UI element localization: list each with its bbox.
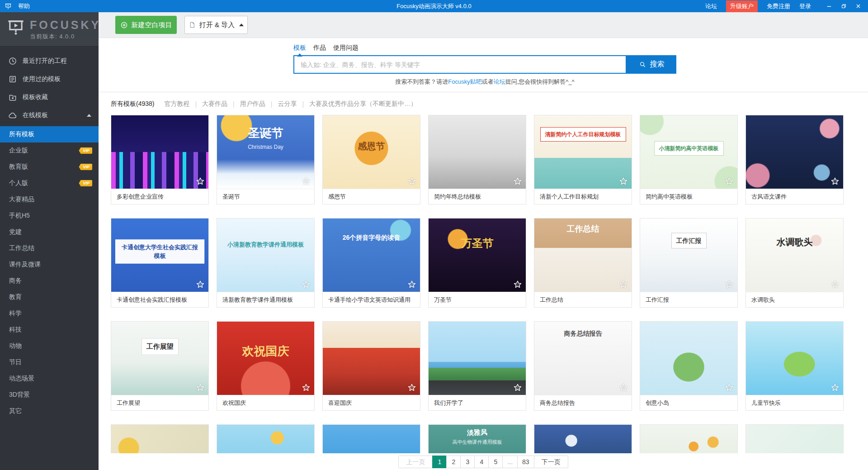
favorite-star-icon[interactable] (513, 176, 523, 186)
favorite-star-icon[interactable] (513, 383, 523, 393)
favorite-star-icon[interactable] (724, 280, 734, 290)
sidebar-item[interactable]: 最近打开的工程 (0, 52, 99, 70)
new-blank-project-button[interactable]: 新建空白项目 (115, 16, 177, 34)
sidebar-category[interactable]: 党建 (0, 224, 99, 240)
template-card[interactable]: 儿童节快乐 (745, 321, 844, 411)
sidebar-category[interactable]: 科学 (0, 305, 99, 322)
open-import-button[interactable]: 打开 & 导入 (184, 16, 248, 34)
upgrade-account-link[interactable]: 升级账户 (726, 0, 758, 12)
template-card[interactable]: 工作总结工作总结 (534, 218, 632, 308)
favorite-star-icon[interactable] (407, 280, 417, 290)
filter-item[interactable]: 大赛作品 (202, 100, 227, 108)
template-card[interactable]: 26个拼音字母的读音卡通手绘小学语文英语知识通用 (322, 218, 420, 308)
template-card[interactable] (745, 424, 844, 454)
page-ellipsis[interactable]: ... (502, 456, 518, 468)
forum-link[interactable]: 论坛 (494, 78, 505, 85)
template-card[interactable]: 我们开学了 (428, 321, 526, 411)
favorite-star-icon[interactable] (724, 176, 734, 186)
template-card[interactable]: 淡雅风高中生物课件通用模板 (428, 424, 526, 454)
filter-item[interactable]: 用户作品 (240, 100, 265, 108)
sidebar-category[interactable]: 商务 (0, 273, 99, 289)
template-card[interactable] (322, 424, 420, 454)
template-card[interactable]: 卡通创意大学生社会实践汇报模板卡通创意社会实践汇报模板 (111, 218, 209, 308)
sidebar-category[interactable]: 教育版VIP (0, 159, 99, 175)
search-input[interactable] (293, 55, 627, 74)
template-card[interactable]: 喜迎国庆 (322, 321, 420, 411)
titlebar-link[interactable]: 论坛 (705, 2, 717, 10)
template-card[interactable] (640, 424, 738, 454)
sidebar-category[interactable]: 工作总结 (0, 240, 99, 256)
template-card[interactable]: 清新简约个人工作目标规划模板清新个人工作目标规划 (534, 115, 632, 204)
favorite-star-icon[interactable] (301, 280, 311, 290)
filter-all-templates[interactable]: 所有模板(4938) (111, 100, 154, 108)
filter-item[interactable]: 云分享 (278, 100, 297, 108)
template-card[interactable]: 工作汇报工作汇报 (640, 218, 738, 308)
template-card[interactable]: 感恩节感恩节 (322, 115, 420, 204)
favorite-star-icon[interactable] (301, 176, 311, 186)
template-card[interactable]: 工作展望工作展望 (111, 321, 209, 411)
sidebar-category[interactable]: 动态场景 (0, 370, 99, 387)
sidebar-category[interactable]: 3D背景 (0, 387, 99, 403)
template-card[interactable]: 万圣节万圣节 (428, 218, 526, 308)
favorite-star-icon[interactable] (301, 383, 311, 393)
favorite-star-icon[interactable] (195, 280, 205, 290)
close-button[interactable] (852, 1, 864, 11)
favorite-star-icon[interactable] (195, 176, 205, 186)
titlebar-link[interactable]: 免费注册 (767, 2, 790, 10)
sidebar-item[interactable]: 模板收藏 (0, 88, 99, 106)
favorite-star-icon[interactable] (618, 383, 628, 393)
template-card[interactable]: 水调歌头水调歌头 (745, 218, 844, 308)
page-number-button[interactable]: 5 (488, 456, 503, 468)
sidebar-category[interactable]: 教育 (0, 289, 99, 305)
template-card[interactable]: 创意小岛 (640, 321, 738, 411)
template-card[interactable]: 小清新简约高中英语模板简约高中英语模板 (640, 115, 738, 204)
sidebar-category[interactable]: 课件及微课 (0, 256, 99, 273)
sidebar-category[interactable]: 所有模板 (0, 126, 99, 142)
favorite-star-icon[interactable] (513, 280, 523, 290)
sidebar-item[interactable]: 使用过的模板 (0, 70, 99, 88)
prev-page-button[interactable]: 上一页 (398, 456, 433, 468)
favorite-star-icon[interactable] (618, 176, 628, 186)
favorite-star-icon[interactable] (830, 176, 840, 186)
page-number-button[interactable]: 3 (460, 456, 475, 468)
next-page-button[interactable]: 下一页 (534, 456, 568, 468)
sidebar-category[interactable]: 个人版VIP (0, 175, 99, 191)
search-button[interactable]: 搜索 (627, 55, 676, 74)
template-card[interactable] (111, 424, 209, 454)
sidebar-item[interactable]: 在线模板 (0, 106, 99, 124)
page-number-button[interactable]: 83 (517, 456, 534, 468)
filter-item[interactable]: 官方教程 (164, 100, 189, 108)
help-menu[interactable]: 帮助 (18, 2, 30, 10)
sidebar-category[interactable]: 其它 (0, 403, 99, 419)
template-card[interactable]: 欢祝国庆欢祝国庆 (217, 321, 315, 411)
template-card[interactable]: 多彩创意企业宣传 (111, 115, 209, 204)
search-tab[interactable]: 作品 (313, 44, 326, 52)
favorite-star-icon[interactable] (830, 383, 840, 393)
sidebar-category[interactable]: 科技 (0, 322, 99, 338)
filter-item[interactable]: 大赛及优秀作品分享（不断更新中…） (309, 100, 417, 108)
template-card[interactable] (534, 424, 632, 454)
favorite-star-icon[interactable] (724, 383, 734, 393)
tieba-link[interactable]: Focusky贴吧 (448, 78, 481, 85)
search-tab[interactable]: 模板 (293, 44, 306, 52)
sidebar-category[interactable]: 企业版VIP (0, 142, 99, 159)
sidebar-category[interactable]: 大赛精品 (0, 191, 99, 208)
template-card[interactable]: 古风语文课件 (745, 115, 844, 204)
page-number-button[interactable]: 2 (446, 456, 461, 468)
restore-button[interactable] (837, 1, 850, 11)
sidebar-category[interactable]: 动物 (0, 338, 99, 354)
template-card[interactable]: 简约年终总结模板 (428, 115, 526, 204)
minimize-button[interactable] (823, 1, 835, 11)
page-number-button[interactable]: 1 (432, 456, 447, 468)
favorite-star-icon[interactable] (618, 280, 628, 290)
sidebar-category[interactable]: 节日 (0, 354, 99, 370)
titlebar-link[interactable]: 登录 (799, 2, 811, 10)
favorite-star-icon[interactable] (407, 383, 417, 393)
template-card[interactable] (217, 424, 315, 454)
page-number-button[interactable]: 4 (474, 456, 489, 468)
template-card[interactable]: 商务总结报告商务总结报告 (534, 321, 632, 411)
favorite-star-icon[interactable] (195, 383, 205, 393)
favorite-star-icon[interactable] (407, 176, 417, 186)
template-card[interactable]: 圣诞节Christmas Day圣诞节 (217, 115, 315, 204)
template-card[interactable]: 小清新教育教学课件通用模板清新教育教学课件通用模板 (217, 218, 315, 308)
